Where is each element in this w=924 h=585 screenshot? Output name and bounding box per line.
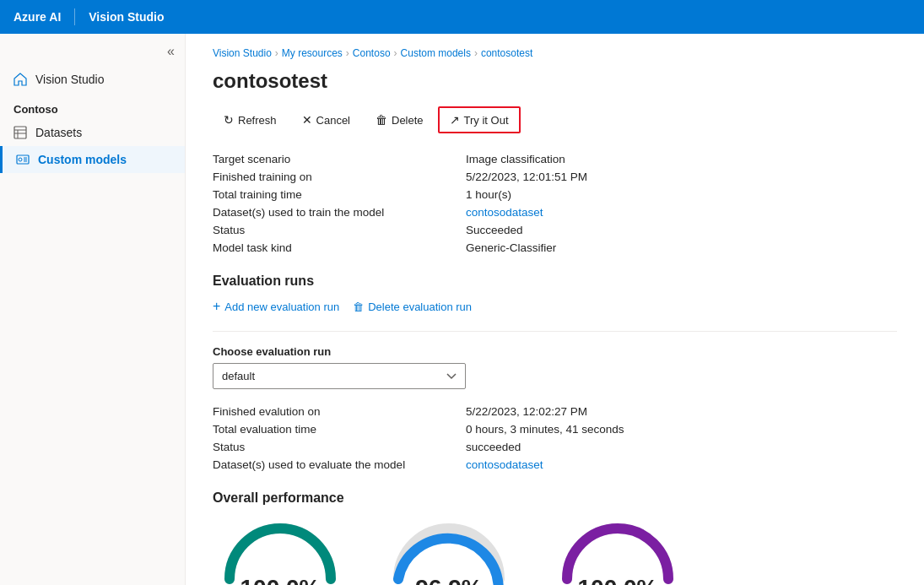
info-row-finished-eval: Finished evalution on 5/22/2023, 12:02:2… (213, 403, 897, 420)
info-row-target-scenario: Target scenario Image classification (213, 150, 897, 168)
try-it-out-label: Try it Out (464, 114, 509, 127)
evaluation-section-header: Evaluation runs (213, 274, 897, 289)
gauge-accuracy-top1: 96.9% Accuracy - Top 1 i (381, 516, 516, 585)
topbar-divider (74, 8, 75, 25)
home-icon (14, 73, 27, 86)
cancel-label: Cancel (316, 114, 350, 127)
svg-point-5 (19, 158, 22, 161)
evaluation-action-bar: + Add new evaluation run 🗑 Delete evalua… (213, 299, 897, 314)
sidebar: « Vision Studio Contoso Datasets (0, 34, 186, 585)
sidebar-home-label: Vision Studio (35, 73, 104, 86)
sidebar-collapse-button[interactable]: « (167, 44, 175, 59)
info-value-model-task-kind: Generic-Classifier (466, 241, 556, 254)
external-link-icon: ↗ (450, 113, 460, 127)
info-label-finished-eval: Finished evalution on (213, 405, 466, 418)
topbar: Azure AI Vision Studio (0, 0, 924, 34)
breadcrumb-contosotest[interactable]: contosotest (481, 47, 532, 59)
delete-label: Delete (392, 114, 424, 127)
sidebar-section-label: Contoso (0, 93, 185, 119)
gauge-svg-avg-precision (221, 516, 339, 583)
svg-rect-0 (14, 127, 26, 138)
info-row-total-eval-time: Total evaluation time 0 hours, 3 minutes… (213, 420, 897, 438)
breadcrumb-contoso[interactable]: Contoso (353, 47, 391, 59)
gauge-svg-accuracy-top1 (390, 516, 508, 583)
toolbar: ↻ Refresh ✕ Cancel 🗑 Delete ↗ Try it Out (213, 106, 897, 133)
info-label-dataset-eval: Dataset(s) used to evaluate the model (213, 458, 466, 471)
info-value-total-eval-time: 0 hours, 3 minutes, 41 seconds (466, 423, 624, 436)
model-info-table: Target scenario Image classification Fin… (213, 150, 897, 257)
info-value-dataset-eval: contosodataset (466, 458, 543, 471)
performance-section-header: Overall performance (213, 490, 897, 506)
delete-evaluation-run-button[interactable]: 🗑 Delete evaluation run (353, 301, 472, 313)
info-value-total-training-time: 1 hour(s) (466, 188, 511, 201)
divider-1 (213, 331, 897, 332)
choose-evaluation-section: Choose evaluation run default (213, 345, 897, 389)
info-value-finished-eval: 5/22/2023, 12:02:27 PM (466, 405, 587, 418)
gauge-value-avg-precision: 100.0% (240, 575, 321, 585)
add-evaluation-run-button[interactable]: + Add new evaluation run (213, 299, 339, 314)
sidebar-item-datasets-label: Datasets (35, 126, 82, 139)
dataset-eval-link[interactable]: contosodataset (466, 458, 543, 471)
gauge-value-accuracy-top5: 100.0% (578, 575, 658, 585)
info-value-finished-training: 5/22/2023, 12:01:51 PM (466, 171, 587, 183)
info-label-total-eval-time: Total evaluation time (213, 423, 466, 436)
breadcrumb-vision-studio[interactable]: Vision Studio (213, 47, 272, 59)
info-label-total-training-time: Total training time (213, 188, 466, 201)
info-label-status: Status (213, 224, 466, 236)
gauge-accuracy-top5: 100.0% Accuracy - Top 5 i (550, 516, 685, 585)
breadcrumb-sep-3: › (394, 47, 397, 59)
breadcrumb-sep-1: › (275, 47, 278, 59)
gauge-svg-accuracy-top5 (559, 516, 677, 583)
eval-info-table: Finished evalution on 5/22/2023, 12:02:2… (213, 403, 897, 474)
main-content: Vision Studio › My resources › Contoso ›… (186, 34, 924, 585)
breadcrumb-sep-2: › (346, 47, 349, 59)
cancel-button[interactable]: ✕ Cancel (291, 107, 361, 133)
info-label-eval-status: Status (213, 441, 466, 453)
trash-icon: 🗑 (353, 301, 364, 313)
brand-label: Azure AI (14, 10, 61, 24)
refresh-icon: ↻ (224, 113, 234, 127)
info-value-target-scenario: Image classification (466, 153, 565, 165)
info-label-dataset-train: Dataset(s) used to train the model (213, 206, 466, 219)
plus-icon: + (213, 299, 220, 314)
info-row-model-task-kind: Model task kind Generic-Classifier (213, 239, 897, 257)
choose-evaluation-label: Choose evaluation run (213, 345, 897, 358)
app-label: Vision Studio (89, 10, 164, 24)
layout: « Vision Studio Contoso Datasets (0, 34, 924, 585)
breadcrumb: Vision Studio › My resources › Contoso ›… (213, 47, 897, 59)
cancel-icon: ✕ (302, 113, 312, 127)
info-value-eval-status: succeeded (466, 441, 521, 453)
refresh-button[interactable]: ↻ Refresh (213, 107, 288, 133)
delete-evaluation-label: Delete evaluation run (368, 301, 472, 313)
sidebar-item-datasets[interactable]: Datasets (0, 119, 185, 146)
datasets-icon (14, 126, 27, 139)
info-row-dataset-train: Dataset(s) used to train the model conto… (213, 203, 897, 221)
info-row-total-training-time: Total training time 1 hour(s) (213, 186, 897, 203)
sidebar-item-home[interactable]: Vision Studio (0, 66, 185, 93)
refresh-label: Refresh (238, 114, 277, 127)
sidebar-item-custom-models[interactable]: Custom models (0, 146, 185, 173)
info-label-finished-training: Finished training on (213, 171, 466, 183)
sidebar-item-custom-models-label: Custom models (38, 153, 127, 166)
breadcrumb-my-resources[interactable]: My resources (282, 47, 343, 59)
sidebar-collapse-area: « (0, 41, 185, 66)
dataset-train-link[interactable]: contosodataset (466, 206, 543, 219)
page-title: contosotest (213, 69, 897, 93)
info-row-eval-status: Status succeeded (213, 438, 897, 456)
evaluation-run-dropdown[interactable]: default (213, 363, 466, 389)
info-row-finished-training: Finished training on 5/22/2023, 12:01:51… (213, 168, 897, 186)
info-row-dataset-eval: Dataset(s) used to evaluate the model co… (213, 456, 897, 474)
delete-icon: 🗑 (376, 113, 387, 127)
gauges-row: 100.0% Average precision i 96.9% Accurac… (213, 516, 897, 585)
gauge-value-accuracy-top1: 96.9% (415, 575, 482, 585)
delete-button[interactable]: 🗑 Delete (365, 107, 435, 133)
breadcrumb-custom-models[interactable]: Custom models (401, 47, 471, 59)
try-it-out-button[interactable]: ↗ Try it Out (438, 106, 521, 133)
add-evaluation-label: Add new evaluation run (224, 301, 339, 313)
info-label-target-scenario: Target scenario (213, 153, 466, 165)
gauge-avg-precision: 100.0% Average precision i (213, 516, 348, 585)
info-value-status: Succeeded (466, 224, 523, 236)
info-label-model-task-kind: Model task kind (213, 241, 466, 254)
custom-models-icon (16, 153, 30, 166)
info-row-status: Status Succeeded (213, 221, 897, 239)
